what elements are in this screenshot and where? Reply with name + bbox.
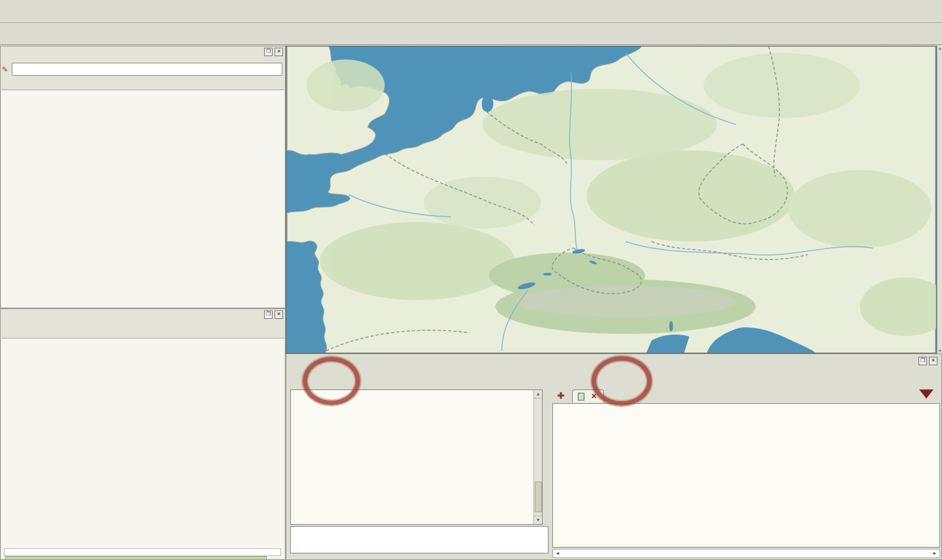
scrollbar-thumb[interactable] — [535, 482, 542, 512]
console-output[interactable]: ▲ ▼ — [290, 389, 543, 525]
scroll-down-icon[interactable]: ▼ — [534, 516, 542, 524]
tab-list-dropdown-icon[interactable] — [919, 389, 934, 399]
new-tab-button[interactable]: ✚ — [555, 389, 567, 401]
layers-float-icon[interactable]: ❐ — [264, 310, 273, 319]
map-vertical-scrollbar[interactable]: ▲ ▼ — [937, 46, 942, 354]
digitizing-toolbar — [0, 23, 942, 45]
scroll-up-icon[interactable]: ▲ — [534, 390, 542, 399]
browser-close-icon[interactable]: ✕ — [275, 48, 283, 56]
map-canvas[interactable] — [286, 46, 937, 354]
layers-panel-title — [1, 309, 285, 322]
code-area[interactable] — [552, 403, 940, 548]
layers-tree — [1, 338, 284, 559]
filter-pen-icon: ✎ — [2, 65, 10, 74]
scroll-left-icon[interactable]: ◄ — [554, 550, 562, 557]
scroll-right-icon[interactable]: ► — [931, 550, 939, 557]
status-progress-strip — [5, 556, 267, 560]
scroll-down-icon[interactable]: ▼ — [937, 349, 942, 353]
browser-panel-title — [1, 46, 285, 59]
browser-float-icon[interactable]: ❐ — [264, 48, 273, 56]
editor-horizontal-scrollbar[interactable]: ◄ ► — [552, 549, 940, 558]
main-toolbar — [0, 0, 942, 23]
scroll-up-icon[interactable]: ▲ — [937, 46, 942, 50]
red-circle-annotation-show-editor — [303, 357, 360, 405]
layers-panel: ❐ ✕ — [0, 308, 286, 560]
layers-close-icon[interactable]: ✕ — [275, 310, 283, 319]
browser-panel: ❐ ✕ ✎ — [0, 46, 286, 308]
red-circle-annotation-run — [592, 356, 652, 406]
console-input[interactable] — [290, 526, 548, 553]
script-icon — [578, 393, 584, 401]
browser-filter-input[interactable] — [12, 63, 282, 76]
browser-tree — [1, 90, 284, 307]
console-scrollbar[interactable]: ▲ ▼ — [533, 390, 542, 524]
status-strip — [4, 548, 281, 556]
